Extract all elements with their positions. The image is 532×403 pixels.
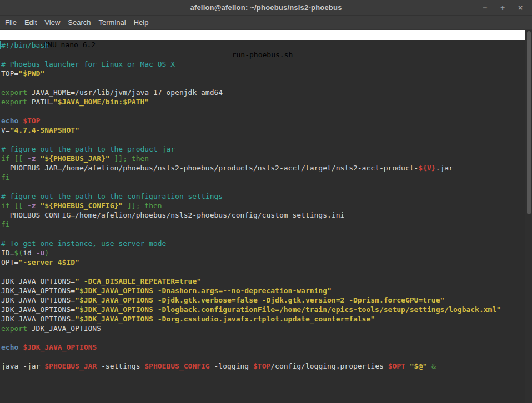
code-line: TOP="$PWD" bbox=[1, 69, 525, 78]
code-line bbox=[1, 333, 525, 342]
menu-item-view[interactable]: View bbox=[41, 17, 64, 28]
code-line: JDK_JAVA_OPTIONS=" -DCA_DISABLE_REPEATER… bbox=[1, 276, 525, 286]
menu-item-help[interactable]: Help bbox=[130, 17, 153, 28]
code-line: export PATH="$JAVA_HOME/bin:$PATH" bbox=[1, 97, 525, 107]
code-line: V="4.7.4-SNAPSHOT" bbox=[1, 125, 525, 135]
code-line: # figure out the path to the configurati… bbox=[1, 192, 525, 201]
maximize-icon[interactable]: + bbox=[498, 3, 508, 13]
scrollbar-track[interactable] bbox=[525, 30, 532, 403]
code-line bbox=[1, 229, 525, 239]
code-line: java -jar $PHOEBUS_JAR -settings $PHOEBU… bbox=[1, 361, 525, 371]
terminal-viewport: GNU nano 6.2 run-phoebus.sh #!/bin/bash … bbox=[0, 30, 532, 403]
code-line bbox=[1, 267, 525, 276]
code-line: # Phoebus launcher for Linux or Mac OS X bbox=[1, 59, 525, 69]
code-line: fi bbox=[1, 173, 525, 182]
menu-bar: FileEditViewSearchTerminalHelp bbox=[0, 16, 532, 30]
code-line: OPT="-server 4$ID" bbox=[1, 258, 525, 267]
titlebar[interactable]: afelion@afelion: ~/phoebus/nsls2-phoebus… bbox=[0, 0, 532, 16]
close-icon[interactable]: × bbox=[515, 3, 525, 13]
code-line: export JDK_JAVA_OPTIONS bbox=[1, 324, 525, 333]
minimize-icon[interactable]: − bbox=[480, 3, 490, 13]
code-line: export JAVA_HOME=/usr/lib/jvm/java-17-op… bbox=[1, 88, 525, 97]
code-line: # To get one instance, use server mode bbox=[1, 239, 525, 248]
menu-item-terminal[interactable]: Terminal bbox=[95, 17, 130, 28]
terminal-window: afelion@afelion: ~/phoebus/nsls2-phoebus… bbox=[0, 0, 532, 403]
menu-item-file[interactable]: File bbox=[1, 17, 21, 28]
editor-text-area[interactable]: #!/bin/bash # Phoebus launcher for Linux… bbox=[0, 40, 525, 403]
terminal-content: GNU nano 6.2 run-phoebus.sh #!/bin/bash … bbox=[0, 30, 525, 403]
code-line bbox=[1, 135, 525, 144]
code-line: if [[ -z "${PHOEBUS_CONFIG}" ]]; then bbox=[1, 201, 525, 210]
code-line: fi bbox=[1, 220, 525, 229]
code-line bbox=[1, 182, 525, 192]
scrollbar-thumb[interactable] bbox=[527, 31, 531, 214]
code-line: JDK_JAVA_OPTIONS="$JDK_JAVA_OPTIONS -Dor… bbox=[1, 314, 525, 324]
window-controls: − + × bbox=[480, 3, 532, 13]
code-line bbox=[1, 50, 525, 59]
text-cursor bbox=[0, 41, 1, 49]
code-line: # figure out the path to the product jar bbox=[1, 144, 525, 154]
code-line: JDK_JAVA_OPTIONS="$JDK_JAVA_OPTIONS -Dlo… bbox=[1, 305, 525, 314]
code-line bbox=[1, 107, 525, 116]
menu-item-search[interactable]: Search bbox=[64, 17, 94, 28]
nano-header-bar: GNU nano 6.2 run-phoebus.sh bbox=[0, 30, 525, 40]
code-line: JDK_JAVA_OPTIONS="$JDK_JAVA_OPTIONS -Djd… bbox=[1, 295, 525, 305]
code-line: if [[ -z "${PHOEBUS_JAR}" ]]; then bbox=[1, 154, 525, 163]
code-line: PHOEBUS_CONFIG=/home/afelion/phoebus/nsl… bbox=[1, 210, 525, 220]
code-line bbox=[1, 78, 525, 88]
code-line: JDK_JAVA_OPTIONS="$JDK_JAVA_OPTIONS -Dna… bbox=[1, 286, 525, 295]
code-line bbox=[1, 352, 525, 361]
window-title: afelion@afelion: ~/phoebus/nsls2-phoebus bbox=[0, 3, 532, 12]
code-line: PHOEBUS_JAR=/home/afelion/phoebus/nsls2-… bbox=[1, 163, 525, 173]
code-line: ID=$(id -u) bbox=[1, 248, 525, 258]
menu-item-edit[interactable]: Edit bbox=[21, 17, 41, 28]
code-line: echo $TOP bbox=[1, 116, 525, 125]
code-line: #!/bin/bash bbox=[1, 41, 525, 50]
code-line: echo $JDK_JAVA_OPTIONS bbox=[1, 342, 525, 352]
